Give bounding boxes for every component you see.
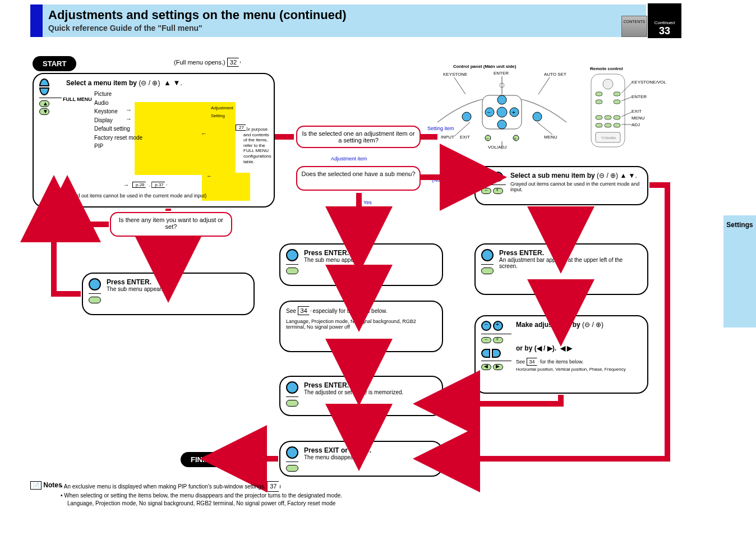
arrow-from-block-1: ← bbox=[201, 130, 207, 137]
header-banner: Adjustments and settings on the menu (co… bbox=[43, 4, 646, 37]
label-no-more: No bbox=[174, 247, 181, 252]
svg-point-22 bbox=[603, 79, 613, 89]
side-tab: Settings bbox=[723, 215, 756, 328]
svg-text:−: − bbox=[486, 136, 489, 141]
step-see-ref: See 34 especially for the items below. L… bbox=[279, 301, 443, 352]
arrow-to-block-2: → bbox=[126, 116, 132, 122]
start-pill: START bbox=[33, 56, 76, 71]
svg-line-15 bbox=[454, 77, 465, 94]
svg-rect-23 bbox=[596, 92, 602, 96]
step-select-submenu-item: − + − + Select a sub menu item by (⊖ / ⊕… bbox=[474, 166, 648, 205]
label-adjustment-item: Adjustment item bbox=[331, 156, 367, 162]
svg-point-9 bbox=[533, 112, 542, 121]
svg-point-8 bbox=[462, 112, 471, 121]
box3-list: Language, Projection mode, No signal bac… bbox=[286, 319, 436, 330]
notes-icon: 📄 Notes bbox=[30, 481, 62, 489]
svg-rect-31 bbox=[605, 123, 611, 127]
svg-text:+: + bbox=[514, 136, 517, 141]
svg-rect-26 bbox=[614, 100, 620, 104]
continued-label: Continued bbox=[648, 20, 681, 25]
svg-line-19 bbox=[537, 122, 552, 135]
arrow-to-block-1: → bbox=[126, 107, 132, 113]
choice-sub-menu: Does the selected one have a sub menu? bbox=[296, 166, 421, 191]
svg-rect-30 bbox=[596, 123, 602, 127]
ref-tag-37[interactable]: p.37 bbox=[151, 182, 167, 188]
svg-point-2 bbox=[497, 120, 506, 129]
ref-tag-37b[interactable]: 37 bbox=[267, 481, 280, 492]
finish-pill: FINISH bbox=[181, 452, 225, 467]
svg-point-1 bbox=[497, 95, 506, 104]
step-select-menu-item: ▲ ▼ Select a menu item by (⊖ / ⊕) ▲ ▼. F… bbox=[33, 73, 275, 207]
enter-icon-4 bbox=[481, 249, 494, 261]
menu-right-note: For purpose and contents of the items, r… bbox=[243, 127, 271, 164]
box2-title: Press ENTER. bbox=[107, 278, 166, 286]
step-1-title: Select a menu item by (⊖ / ⊕) ▲ ▼. bbox=[66, 79, 268, 87]
menu-item-list: Picture Audio Keystone Display Default s… bbox=[94, 90, 142, 151]
enter-remote-icon bbox=[89, 297, 101, 303]
exit-icon bbox=[286, 446, 298, 459]
svg-line-17 bbox=[538, 77, 550, 94]
page-number: 33 bbox=[648, 25, 681, 37]
ref-tag-34b[interactable]: 34 bbox=[527, 358, 539, 366]
svg-text:TOSHIBA: TOSHIBA bbox=[601, 136, 616, 140]
start-marker: START bbox=[33, 56, 76, 71]
ref-tag-27[interactable]: 27 bbox=[236, 124, 247, 131]
page-number-box: Continued 33 bbox=[648, 3, 681, 38]
page-subtitle: Quick reference Guide of the "Full menu" bbox=[48, 24, 640, 33]
exit-remote-icon bbox=[286, 465, 298, 472]
svg-rect-28 bbox=[605, 116, 611, 119]
step-press-enter-right: Press ENTER. An adjustment bar appears a… bbox=[474, 243, 648, 295]
step-make-adjustment: − + − + ◀ ▶ bbox=[474, 315, 648, 394]
remote-diagram: TOSHIBA Remote control KEYSTONE/VOL ENTE… bbox=[588, 72, 651, 145]
svg-rect-24 bbox=[614, 92, 620, 96]
ref-tag-32[interactable]: 32 bbox=[227, 58, 241, 67]
choice-more-items: Is there any item you want to adjust or … bbox=[110, 212, 232, 237]
start-note: (Full menu opens.) 32 bbox=[174, 58, 241, 67]
control-panel-diagram: − + − + KEYSTONE ENTER AUTO SET INPUT EX… bbox=[426, 72, 578, 145]
choice-item-type: Is the selected one an adjustment item o… bbox=[296, 126, 421, 148]
enter-remote-icon-2 bbox=[286, 268, 298, 274]
adj-label: Adjustment bbox=[211, 105, 233, 110]
step-press-enter-memorize: Press ENTER. The adjusted or set value i… bbox=[279, 376, 443, 416]
svg-point-5 bbox=[497, 107, 507, 117]
svg-rect-29 bbox=[614, 116, 620, 119]
enter-icon bbox=[89, 278, 101, 290]
enter-icon-2 bbox=[286, 249, 298, 261]
menu-gray-note: (Grayed out items cannot be used in the … bbox=[62, 193, 206, 199]
label-yes-more: Yes bbox=[84, 224, 93, 230]
label-yes: Yes bbox=[363, 200, 372, 205]
label-no: (No sub menu) bbox=[432, 177, 465, 183]
svg-rect-25 bbox=[596, 100, 602, 104]
ref-tag-28[interactable]: p.28 bbox=[132, 182, 148, 188]
step-press-enter-left: Press ENTER. The sub menu appears. bbox=[82, 273, 255, 315]
svg-text:−: − bbox=[487, 109, 491, 116]
full-menu-label: FULL MENU bbox=[63, 96, 92, 102]
page-title: Adjustments and settings on the menu (co… bbox=[48, 8, 640, 22]
enter-icon-3 bbox=[286, 381, 298, 394]
contents-button[interactable]: CONTENTS bbox=[621, 16, 647, 37]
step-press-exit-menu: Press EXIT or MENU. The menu disappears. bbox=[279, 441, 443, 477]
svg-rect-32 bbox=[614, 123, 620, 127]
svg-rect-27 bbox=[596, 116, 602, 119]
contents-label: CONTENTS bbox=[622, 16, 647, 24]
finish-marker: FINISH bbox=[181, 452, 225, 467]
box2-text: The sub menu appears. bbox=[107, 286, 166, 292]
notes-text: • An exclusive menu is displayed when ma… bbox=[61, 481, 677, 508]
svg-text:+: + bbox=[512, 109, 515, 116]
enter-remote-icon-4 bbox=[481, 268, 494, 274]
step-press-enter-center: Press ENTER. The sub menu appears. bbox=[279, 243, 443, 286]
enter-remote-icon-3 bbox=[286, 400, 298, 407]
header-accent bbox=[30, 4, 43, 37]
ref-tag-34a[interactable]: 34 bbox=[298, 306, 311, 315]
setting-label: Setting bbox=[211, 113, 225, 118]
